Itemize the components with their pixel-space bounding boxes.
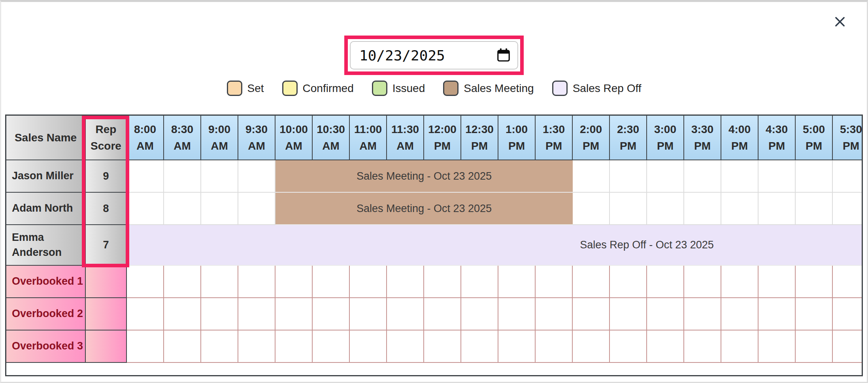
date-input[interactable] [350,41,518,69]
slot-cell[interactable] [759,330,796,363]
slot-cell[interactable] [684,160,721,193]
slot-cell[interactable] [796,160,833,193]
slot-cell[interactable] [164,298,201,330]
slot-cell[interactable] [833,298,863,330]
slot-cell[interactable] [759,266,796,298]
slot-cell[interactable] [573,330,610,363]
slot-cell[interactable] [498,298,536,330]
slot-cell[interactable] [424,266,461,298]
slot-cell[interactable] [684,266,721,298]
slot-cell[interactable] [387,266,424,298]
slot-cell[interactable] [313,266,350,298]
slot-cell[interactable] [759,298,796,330]
slot-cell[interactable] [721,160,759,193]
slot-cell[interactable] [647,160,684,193]
slot-cell[interactable] [238,160,275,193]
slot-cell[interactable] [610,193,647,225]
slot-cell[interactable] [238,330,275,363]
slot-cell[interactable] [387,330,424,363]
slot-cell[interactable] [573,160,610,193]
slot-cell[interactable] [573,298,610,330]
slot-cell[interactable] [350,298,387,330]
schedule-row: Overbooked 1 [6,266,863,298]
slot-cell[interactable] [127,193,164,225]
slot-cell[interactable] [387,298,424,330]
event-sales-meeting[interactable]: Sales Meeting - Oct 23 2025 [275,193,573,225]
slot-cell[interactable] [127,330,164,363]
event-sales-meeting[interactable]: Sales Meeting - Oct 23 2025 [275,160,573,193]
slot-cell[interactable] [796,193,833,225]
slot-cell[interactable] [833,266,863,298]
slot-cell[interactable] [164,266,201,298]
schedule-row: Emma Anderson7Sales Rep Off - Oct 23 202… [6,225,863,266]
slot-cell[interactable] [684,298,721,330]
slot-cell[interactable] [610,160,647,193]
slot-cell[interactable] [424,330,461,363]
slot-cell[interactable] [833,330,863,363]
slot-cell[interactable] [201,193,238,225]
slot-cell[interactable] [536,330,573,363]
legend-item: Issued [372,81,425,96]
rep-name-cell: Jason Miller [6,160,86,193]
schedule-body: Jason Miller9Sales Meeting - Oct 23 2025… [6,160,863,363]
slot-cell[interactable] [201,330,238,363]
slot-cell[interactable] [461,330,498,363]
slot-cell[interactable] [461,298,498,330]
slot-cell[interactable] [238,298,275,330]
slot-cell[interactable] [164,330,201,363]
header-rep-score: Rep Score [86,116,127,160]
slot-cell[interactable] [796,298,833,330]
close-button[interactable] [831,13,849,31]
slot-cell[interactable] [424,298,461,330]
slot-cell[interactable] [610,330,647,363]
slot-cell[interactable] [759,193,796,225]
slot-cell[interactable] [238,266,275,298]
slot-cell[interactable] [201,266,238,298]
slot-cell[interactable] [721,266,759,298]
slot-cell[interactable] [201,160,238,193]
slot-cell[interactable] [647,330,684,363]
slot-cell[interactable] [610,266,647,298]
slot-cell[interactable] [721,330,759,363]
slot-cell[interactable] [796,266,833,298]
header-time-slot: 9:30 AM [238,116,275,160]
slot-cell[interactable] [573,193,610,225]
schedule-scroll-container[interactable]: Sales NameRep Score8:00 AM8:30 AM9:00 AM… [5,115,863,376]
schedule-row: Overbooked 2 [6,298,863,330]
slot-cell[interactable] [721,193,759,225]
slot-cell[interactable] [461,266,498,298]
slot-cell[interactable] [498,330,536,363]
slot-cell[interactable] [313,330,350,363]
schedule-row: Adam North8Sales Meeting - Oct 23 2025 [6,193,863,225]
slot-cell[interactable] [238,193,275,225]
slot-cell[interactable] [796,330,833,363]
slot-cell[interactable] [164,160,201,193]
slot-cell[interactable] [684,330,721,363]
slot-cell[interactable] [201,298,238,330]
slot-cell[interactable] [350,266,387,298]
slot-cell[interactable] [536,266,573,298]
slot-cell[interactable] [573,266,610,298]
slot-cell[interactable] [833,193,863,225]
slot-cell[interactable] [127,160,164,193]
slot-cell[interactable] [127,266,164,298]
slot-cell[interactable] [164,193,201,225]
slot-cell[interactable] [833,160,863,193]
slot-cell[interactable] [275,298,313,330]
slot-cell[interactable] [647,298,684,330]
slot-cell[interactable] [498,266,536,298]
slot-cell[interactable] [536,298,573,330]
slot-cell[interactable] [610,298,647,330]
slot-cell[interactable] [275,330,313,363]
slot-cell[interactable] [759,160,796,193]
calendar-icon[interactable] [496,48,511,63]
slot-cell[interactable] [350,330,387,363]
slot-cell[interactable] [275,266,313,298]
slot-cell[interactable] [647,193,684,225]
slot-cell[interactable] [721,298,759,330]
slot-cell[interactable] [647,266,684,298]
slot-cell[interactable] [127,298,164,330]
slot-cell[interactable] [313,298,350,330]
event-sales-rep-off[interactable]: Sales Rep Off - Oct 23 2025 [127,225,863,266]
slot-cell[interactable] [684,193,721,225]
